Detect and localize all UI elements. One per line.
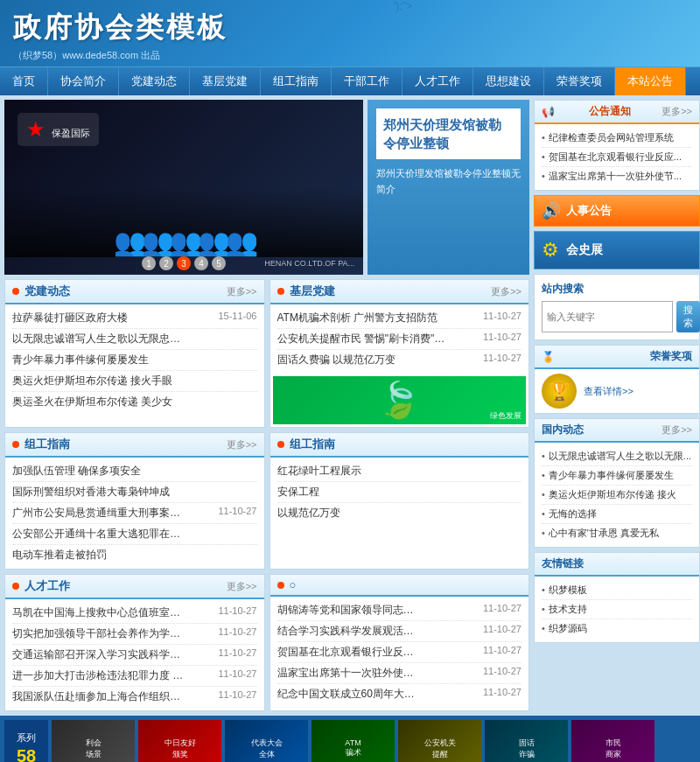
list-item[interactable]: 安保工程 <box>277 482 522 503</box>
list-item[interactable]: 固话久费骗 以规范亿万变 11-10-27 <box>277 350 522 370</box>
list-item[interactable]: 红花绿叶工程展示 <box>277 461 522 482</box>
slide-dot-3[interactable]: 3 <box>177 256 191 270</box>
news-link[interactable]: 青少年暴力事件缘何屡屡发生 <box>12 353 149 367</box>
list-item[interactable]: 温家宝出席第十一次驻外使节... <box>542 167 692 185</box>
list-item[interactable]: 无悔的选择 <box>542 505 692 524</box>
nav-item-base-party[interactable]: 基层党建 <box>190 67 261 95</box>
news-link[interactable]: 交通运输部召开深入学习实践科学发展观活动 <box>12 647 187 662</box>
slide-dot-5[interactable]: 5 <box>212 256 226 270</box>
list-item[interactable]: 心中有家'甘承恩 真爱无私 <box>542 524 692 542</box>
list-item[interactable]: 胡锦涛等党和国家领导同志亲初接见了会议代 11-10-27 <box>277 600 522 621</box>
list-item[interactable]: 织梦模板 <box>542 581 692 600</box>
talent-more[interactable]: 更多>> <box>227 580 257 593</box>
list-item[interactable]: 电动车推着走被拍罚 <box>12 545 257 565</box>
list-item[interactable]: 马凯在中国海上搜救中心总值班室听取汇报 11-10-27 <box>12 603 257 624</box>
strip-item-5[interactable]: 公安机关提醒 公安机关提醒市 <box>398 720 481 762</box>
strip-item-1[interactable]: 利会场景 利会 <box>52 720 135 762</box>
list-item[interactable]: 奥运火炬伊斯坦布尔传递 接火 <box>542 486 692 505</box>
news-link[interactable]: 拉萨暴徒打砸区政府大楼 <box>12 311 128 325</box>
list-item[interactable]: 以规范亿万变 <box>277 503 522 523</box>
notice-more[interactable]: 更多>> <box>662 105 692 118</box>
news-link[interactable]: ATM机骗术剖析 广州警方支招防范 <box>277 311 438 325</box>
list-item[interactable]: 奥运火炬伊斯坦布尔传递 接火手眼 <box>12 371 257 392</box>
assoc-history[interactable]: ⚙ 会史展 <box>534 231 700 269</box>
list-item[interactable]: 我国派队伍赴缅参加上海合作组织联合救演 11-10-27 <box>12 687 257 707</box>
news-link[interactable]: 切实把加强领导干部社会养作为学习实践活 <box>12 626 187 641</box>
strip-item-7[interactable]: 市民商家 市民、商家 <box>571 720 654 762</box>
list-item[interactable]: 广州市公安局悬赏通缉重大刑事案件在逃人员 11-10-27 <box>12 503 257 524</box>
list-item[interactable]: 国际刑警组织对香港大毒枭钟坤成 <box>12 482 257 503</box>
nav-item-home[interactable]: 首页 <box>0 67 48 95</box>
list-item[interactable]: 纪律检查委员会网站管理系统 <box>542 129 692 148</box>
honor-link[interactable]: 查看详情>> <box>584 385 634 398</box>
news-link[interactable]: 国际刑警组织对香港大毒枭钟坤成 <box>12 485 170 500</box>
slide-dot-2[interactable]: 2 <box>159 256 173 270</box>
list-item[interactable]: 切实把加强领导干部社会养作为学习实践活 11-10-27 <box>12 624 257 645</box>
nav-item-party-news[interactable]: 党建动态 <box>119 67 190 95</box>
list-item[interactable]: 进一步加大打击涉枪违法犯罪力度 公安胜 11-10-27 <box>12 666 257 687</box>
list-item[interactable]: 织梦源码 <box>542 619 692 638</box>
news-link[interactable]: 固话久费骗 以规范亿万变 <box>277 353 396 367</box>
list-item[interactable]: ATM机骗术剖析 广州警方支招防范 11-10-27 <box>277 308 522 329</box>
search-input[interactable] <box>542 301 673 332</box>
list-item[interactable]: 技术支持 <box>542 600 692 619</box>
slide-dot-4[interactable]: 4 <box>194 256 208 270</box>
news-highlight-title[interactable]: 郑州天价理发馆被勒令停业整顿 <box>376 108 521 159</box>
list-item[interactable]: 以无限忠诚谱写人生之歌以无限... <box>542 447 692 466</box>
list-item[interactable]: 纪念中国文联成立60周年大会在京召开 11-10-27 <box>277 684 522 704</box>
list-item[interactable]: 以无限忠诚谱写人生之歌以无限忠诚谱写人生 <box>12 329 257 350</box>
news-link[interactable]: 纪念中国文联成立60周年大会在京召开 <box>277 687 417 702</box>
party-news-more[interactable]: 更多>> <box>227 285 257 298</box>
nav-item-honor[interactable]: 荣誉奖项 <box>544 67 615 95</box>
nav-item-notice[interactable]: 本站公告 <box>615 67 686 95</box>
nav-item-talent[interactable]: 人才工作 <box>402 67 473 95</box>
news-link[interactable]: 奥运圣火在伊斯坦布尔传递 美少女 <box>12 395 172 409</box>
base-party-more[interactable]: 更多>> <box>491 285 522 298</box>
list-item[interactable]: 加强队伍管理 确保多项安全 <box>12 461 257 482</box>
list-item[interactable]: 奥运圣火在伊斯坦布尔传递 美少女 <box>12 392 257 412</box>
nav-item-cadre[interactable]: 干部工作 <box>332 67 402 95</box>
domestic-more[interactable]: 更多>> <box>662 423 692 437</box>
list-item[interactable]: 贺国基在北京观看银行业反应... <box>542 148 692 167</box>
base-party-body: ATM机骗术剖析 广州警方支招防范 11-10-27 公安机关提醒市民 警惕"刷… <box>270 304 529 374</box>
news-link[interactable]: 加强队伍管理 确保多项安全 <box>12 464 141 479</box>
news-link[interactable]: 贺国基在北京观看银行业反腐倡廉警示教育展 <box>277 645 417 660</box>
list-item[interactable]: 公安部公开通缉十名重大逃犯罪在逃人员 <box>12 524 257 545</box>
news-link[interactable]: 马凯在中国海上搜救中心总值班室听取汇报 <box>12 605 187 620</box>
list-item[interactable]: 结合学习实践科学发展观活动加强和改进党的 11-10-27 <box>277 621 522 642</box>
list-item[interactable]: 温家宝出席第十一次驻外使节会议会议并讲话 11-10-27 <box>277 663 522 684</box>
news-link[interactable]: 电动车推着走被拍罚 <box>12 548 107 563</box>
news-link[interactable]: 结合学习实践科学发展观活动加强和改进党的 <box>277 624 417 639</box>
nav-item-about[interactable]: 协会简介 <box>48 67 119 95</box>
nav-item-ideology[interactable]: 思想建设 <box>473 67 544 95</box>
news-link[interactable]: 广州市公安局悬赏通缉重大刑事案件在逃人员 <box>12 506 187 521</box>
news-link[interactable]: 胡锦涛等党和国家领导同志亲初接见了会议代 <box>277 603 417 618</box>
search-button[interactable]: 搜索 <box>676 301 700 332</box>
news-link[interactable]: 公安部公开通缉十名重大逃犯罪在逃人员 <box>12 527 187 542</box>
strip-item-2[interactable]: 中日友好颁奖 中日去好贡献奖 <box>138 720 221 762</box>
news-link[interactable]: 公安机关提醒市民 警惕"刷卡消费"短信诈 <box>277 332 452 346</box>
list-item[interactable]: 贺国基在北京观看银行业反腐倡廉警示教育展 11-10-27 <box>277 642 522 663</box>
list-item[interactable]: 交通运输部召开深入学习实践科学发展观活动 11-10-27 <box>12 645 257 666</box>
news-link[interactable]: 安保工程 <box>277 485 319 500</box>
strip-item-4[interactable]: ATM骗术 ATM机骗术剖析 <box>312 720 395 762</box>
nav-item-org-guide[interactable]: 组工指南 <box>261 67 332 95</box>
list-item[interactable]: 青少年暴力事件缘何屡屡发生 <box>12 350 257 371</box>
news-link[interactable]: 以无限忠诚谱写人生之歌以无限忠诚谱写人生 <box>12 332 187 346</box>
strip-item-3[interactable]: 代表大会全体 代表大会 <box>225 720 308 762</box>
news-link[interactable]: 进一步加大打击涉枪违法犯罪力度 公安胜 <box>12 668 187 683</box>
list-item[interactable]: 青少年暴力事件缘何屡屡发生 <box>542 466 692 486</box>
news-date: 15-11-06 <box>218 311 256 325</box>
news-link[interactable]: 以规范亿万变 <box>277 506 340 521</box>
slideshow[interactable]: ★ 保盈国际 HENAN CO.LTD.OF PA... 👥👥👥👥👥 1 2 <box>4 100 363 275</box>
news-link[interactable]: 温家宝出席第十一次驻外使节会议会议并讲话 <box>277 666 417 681</box>
list-item[interactable]: 公安机关提醒市民 警惕"刷卡消费"短信诈 11-10-27 <box>277 329 522 350</box>
personnel-notice[interactable]: 🔊 人事公告 <box>534 195 700 227</box>
strip-item-6[interactable]: 固话诈骗 固话久费"诈 <box>485 720 568 762</box>
news-link[interactable]: 红花绿叶工程展示 <box>277 464 361 479</box>
news-link[interactable]: 奥运火炬伊斯坦布尔传递 接火手眼 <box>12 374 172 388</box>
news-link[interactable]: 我国派队伍赴缅参加上海合作组织联合救演 <box>12 689 187 704</box>
list-item[interactable]: 拉萨暴徒打砸区政府大楼 15-11-06 <box>12 308 257 329</box>
slide-dot-1[interactable]: 1 <box>142 256 156 270</box>
org-guide-more[interactable]: 更多>> <box>227 438 257 451</box>
